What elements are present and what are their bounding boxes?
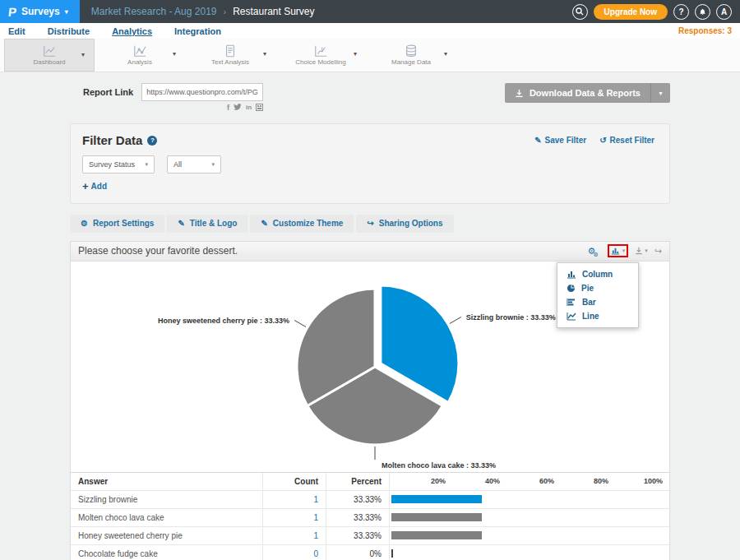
toolbar-item-label: Text Analysis [211, 58, 249, 66]
breadcrumb-folder-link[interactable]: Market Research - Aug 2019 [91, 6, 217, 17]
report-link-label: Report Link [83, 83, 133, 101]
chevron-down-icon: ▾ [645, 248, 648, 254]
surveys-menu-label: Surveys [21, 6, 60, 17]
toolbar-item-label: Dashboard [33, 58, 65, 66]
survey-nav: Edit Distribute Analytics Integration Re… [0, 23, 740, 39]
toolbar-item-choice-modelling[interactable]: Choice Modelling ▾ [275, 39, 366, 72]
text-analysis-doc-icon [224, 44, 237, 58]
menu-item-line[interactable]: Line [557, 309, 638, 323]
answer-bar [391, 531, 482, 539]
gear-icon: ⚙ [81, 219, 88, 228]
table-row: Chocolate fudge cake 0 0% [71, 545, 669, 560]
pencil-icon: ✎ [534, 136, 541, 145]
toolbar-item-manage-data[interactable]: Manage Data ▾ [366, 39, 456, 72]
download-icon [635, 247, 643, 255]
tab-customize-theme[interactable]: ✎ Customize Theme [250, 215, 354, 233]
chevron-down-icon[interactable]: ▾ [173, 50, 176, 58]
question-title: Please choose your favorite dessert. [78, 245, 238, 257]
question-chart-card: Please choose your favorite dessert. ⚙⚙ … [70, 241, 670, 560]
download-data-reports-group: Download Data & Reports ▾ [505, 83, 670, 103]
report-link-input[interactable] [141, 83, 263, 101]
answer-bar [391, 513, 482, 521]
save-filter-link[interactable]: ✎ Save Filter [534, 136, 586, 145]
analysis-chart-icon [132, 44, 147, 58]
answer-bar [391, 495, 482, 503]
filter-data-title: Filter Data [82, 133, 142, 147]
report-link-row: Report Link f in Download Data & Reports… [70, 83, 670, 112]
download-icon [515, 89, 524, 98]
pie-slice-label: Sizzling brownie : 33.33% [466, 312, 556, 321]
pie-label-leader [450, 317, 461, 323]
download-chart-button[interactable]: ▾ [635, 247, 648, 255]
filter-field-select[interactable]: Survey Status ▾ [82, 155, 155, 174]
menu-item-column[interactable]: Column [557, 267, 638, 281]
nav-item-distribute[interactable]: Distribute [48, 26, 90, 36]
chart-type-button[interactable]: ▾ [608, 244, 629, 257]
question-header: Please choose your favorite dessert. ⚙⚙ … [71, 242, 669, 261]
tab-title-logo[interactable]: ✎ Title & Logo [167, 215, 247, 233]
filter-help-icon[interactable]: ? [147, 136, 157, 146]
pencil-icon: ✎ [261, 219, 267, 228]
col-header-count: Count [262, 473, 326, 490]
chevron-down-icon[interactable]: ▾ [444, 50, 447, 58]
menu-item-bar[interactable]: Bar [557, 295, 638, 309]
pie-slice-label: Molten choco lava cake : 33.33% [382, 461, 496, 470]
nav-item-edit[interactable]: Edit [8, 26, 25, 36]
percent-cell: 33.33% [326, 527, 389, 544]
answer-cell: Sizzling brownie [71, 491, 262, 508]
download-button-label: Download Data & Reports [530, 88, 641, 98]
filter-value-select[interactable]: All ▾ [167, 155, 221, 174]
tab-report-settings[interactable]: ⚙ Report Settings [70, 215, 164, 233]
embed-icon[interactable] [256, 104, 263, 111]
add-filter-button[interactable]: + Add [82, 182, 107, 191]
download-options-caret[interactable]: ▾ [650, 83, 670, 103]
count-cell: 1 [262, 527, 326, 544]
twitter-icon[interactable] [234, 104, 242, 111]
bar-chart-icon [567, 298, 576, 307]
table-row: Honey sweetened cherry pie 1 33.33% [71, 527, 669, 545]
pie-slice-label: Honey sweetened cherry pie : 33.33% [158, 316, 289, 324]
breadcrumb-separator: › [223, 7, 226, 16]
toolbar-item-text-analysis[interactable]: Text Analysis ▾ [185, 39, 275, 72]
nav-item-integration[interactable]: Integration [174, 26, 221, 36]
nav-item-analytics[interactable]: Analytics [112, 26, 152, 36]
surveys-menu-button[interactable]: P Surveys ▾ [0, 0, 80, 23]
dashboard-chart-icon [42, 44, 57, 58]
count-cell: 1 [262, 509, 326, 526]
reset-filter-link[interactable]: ↺ Reset Filter [599, 136, 654, 145]
menu-item-pie[interactable]: Pie [557, 281, 638, 295]
column-chart-icon [611, 247, 620, 255]
upgrade-now-button[interactable]: Upgrade Now [594, 4, 668, 20]
chevron-down-icon[interactable]: ▾ [263, 50, 266, 58]
search-icon[interactable] [572, 4, 588, 20]
answer-cell: Honey sweetened cherry pie [71, 527, 262, 544]
linkedin-icon[interactable]: in [246, 104, 252, 112]
chevron-down-icon[interactable]: ▾ [354, 50, 357, 58]
question-settings-gears-icon[interactable]: ⚙⚙ [588, 246, 601, 257]
bar-cell [389, 545, 669, 560]
notifications-bell-icon[interactable] [695, 4, 710, 20]
toolbar-item-label: Choice Modelling [295, 58, 345, 66]
toolbar-item-analysis[interactable]: Analysis ▾ [95, 39, 185, 72]
questionpro-logo: P [7, 5, 17, 19]
percent-cell: 33.33% [326, 491, 389, 508]
bar-cell [389, 527, 669, 544]
bar-cell [389, 509, 669, 526]
help-button[interactable]: ? [673, 4, 689, 20]
table-header-row: Answer Count Percent 20%40%60%80%100% [71, 473, 669, 491]
breadcrumb-survey-name: Restaurant Survey [233, 6, 314, 17]
avatar[interactable]: A [716, 4, 732, 20]
line-chart-icon [567, 312, 576, 321]
download-data-reports-button[interactable]: Download Data & Reports [505, 83, 650, 103]
share-chart-icon[interactable]: ↪ [654, 246, 662, 257]
pie-chart-icon [567, 284, 576, 293]
pencil-icon: ✎ [178, 219, 184, 228]
answer-bar [391, 549, 393, 558]
dashboard-content: Report Link f in Download Data & Reports… [70, 83, 670, 560]
analytics-toolbar: Dashboard ▾ Analysis ▾ Text Analysis ▾ C… [0, 39, 740, 72]
facebook-icon[interactable]: f [227, 104, 229, 112]
column-chart-icon [567, 270, 576, 279]
tab-sharing-options[interactable]: ↪ Sharing Options [356, 215, 453, 233]
toolbar-item-dashboard[interactable]: Dashboard ▾ [4, 39, 95, 72]
chevron-down-icon[interactable]: ▾ [81, 51, 85, 58]
